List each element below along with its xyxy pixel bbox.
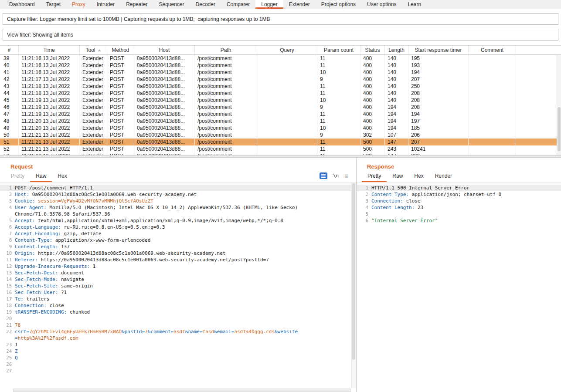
- log-row-51[interactable]: 5111:21:21 13 Jul 2022ExtenderPOST0a9500…: [0, 139, 561, 145]
- column-header-comment[interactable]: Comment: [469, 46, 516, 54]
- line-number: 7: [0, 230, 12, 237]
- log-row-48[interactable]: 4811:21:20 13 Jul 2022ExtenderPOST0a9500…: [0, 118, 561, 125]
- request-tab-pretty[interactable]: Pretty: [5, 171, 30, 182]
- line-text: Referer: https://0a9500020413d88ac08c5c1…: [12, 257, 269, 263]
- column-header-num[interactable]: #: [0, 46, 19, 54]
- response-tab-pretty[interactable]: Pretty: [362, 171, 387, 182]
- cell-status: 400: [360, 118, 385, 125]
- line-text: [12, 361, 15, 368]
- tab-proxy[interactable]: Proxy: [66, 0, 91, 9]
- log-row-53[interactable]: 5311:21:22 13 Jul 2022ExtenderPOST0a9500…: [0, 152, 561, 155]
- cell-tool: Extender: [80, 97, 107, 104]
- column-header-method[interactable]: Method: [107, 46, 134, 54]
- editor-line: 6"Internal Server Error": [357, 217, 561, 224]
- cell-host: 0a9500020413d88...: [134, 125, 195, 132]
- line-text: Connection: close: [12, 302, 64, 309]
- cell-status: 400: [360, 62, 385, 69]
- tab-target[interactable]: Target: [41, 0, 66, 9]
- table-scrollbar-thumb[interactable]: [558, 107, 561, 151]
- cell-comment: [469, 139, 516, 145]
- line-text: Content-Type: application/json; charset=…: [368, 191, 501, 198]
- log-row-49[interactable]: 4911:21:20 13 Jul 2022ExtenderPOST0a9500…: [0, 125, 561, 132]
- cell-status: 500: [360, 139, 385, 145]
- column-label: Status: [365, 47, 380, 53]
- tab-project-options[interactable]: Project options: [316, 0, 361, 9]
- cell-tool: Extender: [80, 83, 107, 90]
- editor-menu-icon[interactable]: ≡: [344, 172, 348, 179]
- cell-tool: Extender: [80, 76, 107, 83]
- request-editor[interactable]: 1POST /post/comment HTTP/1.12Host: 0a950…: [0, 182, 356, 392]
- editor-line: 5: [357, 211, 561, 217]
- request-scrollbar-thumb[interactable]: [352, 183, 355, 360]
- capture-filter-bar[interactable]: Capture filter: Logger memory limit set …: [3, 13, 558, 25]
- log-row-45[interactable]: 4511:21:19 13 Jul 2022ExtenderPOST0a9500…: [0, 97, 561, 104]
- cell-method: POST: [107, 118, 134, 125]
- column-header-host[interactable]: Host: [134, 46, 195, 54]
- view-filter-bar[interactable]: View filter: Showing all items: [3, 29, 558, 41]
- editor-line: 1POST /post/comment HTTP/1.1: [0, 185, 356, 191]
- log-row-43[interactable]: 4311:21:18 13 Jul 2022ExtenderPOST0a9500…: [0, 83, 561, 90]
- cell-length: 140: [385, 76, 408, 83]
- column-header-start-response-timer[interactable]: Start response timer: [408, 46, 469, 54]
- line-number: 22: [0, 328, 12, 341]
- line-number: 10: [0, 250, 12, 257]
- editor-line: 8Content-Type: application/x-www-form-ur…: [0, 237, 356, 243]
- table-vertical-scrollbar[interactable]: [557, 55, 561, 155]
- request-horizontal-scrollbar[interactable]: [13, 389, 351, 392]
- column-label: Host: [159, 47, 170, 53]
- log-row-46[interactable]: 4611:21:19 13 Jul 2022ExtenderPOST0a9500…: [0, 104, 561, 111]
- log-row-50[interactable]: 5011:21:21 13 Jul 2022ExtenderPOST0a9500…: [0, 132, 561, 139]
- column-header-time[interactable]: Time: [19, 46, 80, 54]
- cell-time: 11:21:16 13 Jul 2022: [19, 62, 80, 69]
- tab-comparer[interactable]: Comparer: [221, 0, 255, 9]
- editor-line: 5Accept: text/html,application/xhtml+xml…: [0, 217, 356, 224]
- log-row-39[interactable]: 3911:21:16 13 Jul 2022ExtenderPOST0a9500…: [0, 55, 561, 62]
- column-header-status[interactable]: Status: [360, 46, 385, 54]
- column-header-length[interactable]: Length: [385, 46, 408, 54]
- pretty-print-icon[interactable]: [320, 172, 327, 179]
- tab-learn[interactable]: Learn: [402, 0, 427, 9]
- newline-toggle-icon[interactable]: \n: [333, 173, 339, 179]
- cell-host: 0a9500020413d88...: [134, 76, 195, 83]
- tab-decoder[interactable]: Decoder: [190, 0, 221, 9]
- tab-intruder[interactable]: Intruder: [91, 0, 120, 9]
- tab-dashboard[interactable]: Dashboard: [3, 0, 41, 9]
- tab-logger[interactable]: Logger: [255, 0, 283, 9]
- log-row-44[interactable]: 4411:21:18 13 Jul 2022ExtenderPOST0a9500…: [0, 90, 561, 97]
- cell-param-count: 9: [317, 104, 360, 111]
- column-header-param-count[interactable]: Param count: [317, 46, 360, 54]
- response-tab-render[interactable]: Render: [429, 171, 458, 182]
- log-row-52[interactable]: 5211:21:21 13 Jul 2022ExtenderPOST0a9500…: [0, 145, 561, 152]
- cell-comment: [469, 132, 516, 139]
- response-editor[interactable]: 1HTTP/1.1 500 Internal Server Error2Cont…: [357, 182, 561, 392]
- tab-repeater[interactable]: Repeater: [120, 0, 153, 9]
- log-row-40[interactable]: 4011:21:16 13 Jul 2022ExtenderPOST0a9500…: [0, 62, 561, 69]
- line-text: User-Agent: Mozilla/5.0 (Macintosh; Inte…: [12, 204, 299, 217]
- tab-sequencer[interactable]: Sequencer: [153, 0, 190, 9]
- request-tab-raw[interactable]: Raw: [30, 171, 52, 182]
- capture-filter-text: Capture filter: Logger memory limit set …: [7, 16, 270, 22]
- response-tab-hex[interactable]: Hex: [408, 171, 429, 182]
- cell-host: 0a9500020413d88...: [134, 111, 195, 118]
- log-row-41[interactable]: 4111:21:16 13 Jul 2022ExtenderPOST0a9500…: [0, 69, 561, 76]
- cell-host: 0a9500020413d88...: [134, 62, 195, 69]
- response-tab-raw[interactable]: Raw: [387, 171, 408, 182]
- request-vertical-scrollbar[interactable]: [351, 183, 356, 388]
- column-header-tool[interactable]: Tool: [80, 46, 107, 54]
- line-number: 15: [0, 283, 12, 289]
- line-text: Accept: text/html,application/xhtml+xml,…: [12, 217, 283, 224]
- tab-extender[interactable]: Extender: [283, 0, 316, 9]
- cell-tool: Extender: [80, 111, 107, 118]
- cell-length: 194: [385, 104, 408, 111]
- editor-line: 2Host: 0a9500020413d88ac08c5c1e001a0069.…: [0, 191, 356, 198]
- cell-param-count: 10: [317, 125, 360, 132]
- cell-param-count: 11: [317, 62, 360, 69]
- column-header-query[interactable]: Query: [257, 46, 317, 54]
- column-header-path[interactable]: Path: [195, 46, 257, 54]
- line-text: csrf=7gYzhMCiFvi4gBEyUEEk7HmHSHM7xWAO&po…: [12, 328, 299, 341]
- log-row-42[interactable]: 4211:21:17 13 Jul 2022ExtenderPOST0a9500…: [0, 76, 561, 83]
- tab-user-options[interactable]: User options: [361, 0, 402, 9]
- log-row-47[interactable]: 4711:21:19 13 Jul 2022ExtenderPOST0a9500…: [0, 111, 561, 118]
- request-tab-hex[interactable]: Hex: [52, 171, 72, 182]
- column-label: Comment: [481, 47, 503, 53]
